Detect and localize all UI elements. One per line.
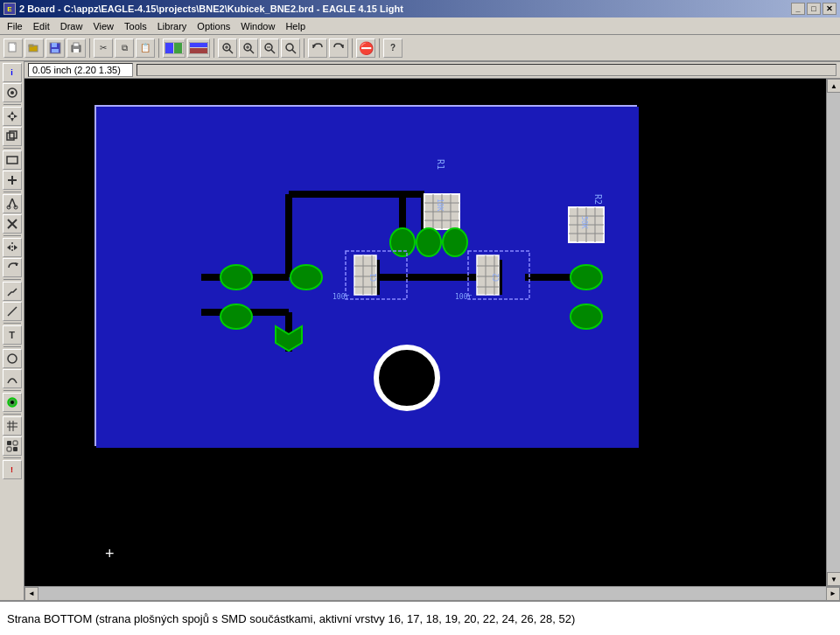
svg-rect-39 xyxy=(7,157,18,164)
svg-text:100r: 100r xyxy=(455,293,472,301)
svg-text:C2: C2 xyxy=(493,273,500,282)
right-scrollbar[interactable]: ▲ ▼ xyxy=(826,79,840,586)
left-toolbar: i xyxy=(0,61,24,600)
progress-bar xyxy=(136,64,836,76)
lt-sep-3 xyxy=(4,192,21,192)
copy-tool[interactable] xyxy=(3,127,22,146)
svg-marker-33 xyxy=(10,111,14,115)
zoom-in-button[interactable] xyxy=(239,38,258,58)
svg-rect-14 xyxy=(190,43,207,47)
view-layers-tool[interactable] xyxy=(3,83,22,102)
svg-text:C1: C1 xyxy=(370,273,378,282)
lt-sep-2 xyxy=(4,148,21,149)
via-tool[interactable] xyxy=(3,393,22,412)
info-tool[interactable]: i xyxy=(3,63,22,82)
grid-tool-2[interactable] xyxy=(3,436,22,456)
save-button[interactable] xyxy=(46,38,65,58)
svg-rect-11 xyxy=(165,43,173,53)
menu-library[interactable]: Library xyxy=(152,19,192,33)
zoom-out-button[interactable] xyxy=(260,38,279,58)
svg-line-28 xyxy=(292,50,296,53)
rotate-tool[interactable] xyxy=(3,258,22,277)
svg-rect-15 xyxy=(190,48,207,53)
app-window: E 2 Board - C:\appz\EAGLE-4.15\projects\… xyxy=(0,0,840,635)
toolbar-sep-1 xyxy=(89,38,90,58)
scroll-track-vertical[interactable] xyxy=(827,93,840,572)
title-bar-left: E 2 Board - C:\appz\EAGLE-4.15\projects\… xyxy=(4,3,403,15)
svg-marker-36 xyxy=(14,115,18,118)
menu-bar: File Edit Draw View Tools Library Option… xyxy=(0,17,840,35)
cut-tool[interactable] xyxy=(3,194,22,213)
scroll-track-horizontal[interactable] xyxy=(38,587,826,601)
zoom-fit-button[interactable] xyxy=(218,38,237,58)
menu-help[interactable]: Help xyxy=(280,19,311,33)
svg-point-100 xyxy=(220,265,252,290)
pcb-canvas[interactable]: R1 10 xyxy=(24,79,826,586)
bottom-scrollbar[interactable]: ◄ ► xyxy=(24,586,840,600)
redo-button[interactable] xyxy=(329,38,348,58)
lt-sep-5 xyxy=(4,279,21,280)
print-button[interactable] xyxy=(66,38,86,58)
svg-point-101 xyxy=(220,304,252,329)
lt-sep-4 xyxy=(4,235,21,236)
svg-point-27 xyxy=(286,44,293,51)
svg-point-102 xyxy=(290,265,322,290)
toolbar-sep-2 xyxy=(158,38,159,58)
scroll-down-button[interactable]: ▼ xyxy=(827,572,840,586)
svg-rect-60 xyxy=(7,441,11,445)
help-button[interactable]: ? xyxy=(383,38,402,58)
menu-tools[interactable]: Tools xyxy=(119,19,152,33)
close-button[interactable]: ✕ xyxy=(822,3,836,15)
rect-tool[interactable] xyxy=(3,150,22,170)
mirror-tool[interactable] xyxy=(3,238,22,257)
svg-rect-38 xyxy=(10,131,17,138)
undo-button[interactable] xyxy=(308,38,327,58)
layer-btn-2[interactable] xyxy=(187,38,210,58)
layer-btn-1[interactable] xyxy=(163,38,186,58)
minimize-button[interactable]: _ xyxy=(791,3,805,15)
svg-line-25 xyxy=(271,50,275,53)
wire-tool[interactable] xyxy=(3,282,22,301)
svg-point-55 xyxy=(10,401,14,404)
text-tool[interactable]: T xyxy=(3,325,22,345)
scroll-right-button[interactable]: ► xyxy=(826,587,840,601)
add-tool[interactable] xyxy=(3,171,22,190)
menu-window[interactable]: Window xyxy=(235,19,280,33)
new-button[interactable] xyxy=(4,38,23,58)
menu-options[interactable]: Options xyxy=(192,19,235,33)
circle-tool[interactable] xyxy=(3,349,22,368)
copy-button[interactable]: ⧉ xyxy=(115,38,134,58)
svg-text:R1: R1 xyxy=(436,159,445,170)
scroll-up-button[interactable]: ▲ xyxy=(827,79,840,93)
line-tool[interactable] xyxy=(3,302,22,321)
drc-tool[interactable]: ! xyxy=(3,460,22,479)
svg-text:R2: R2 xyxy=(593,194,603,205)
svg-rect-9 xyxy=(74,49,79,52)
svg-marker-49 xyxy=(7,245,10,250)
coord-bar: 0.05 inch (2.20 1.35) xyxy=(24,61,840,79)
app-icon: E xyxy=(4,3,16,15)
maximize-button[interactable]: □ xyxy=(807,3,821,15)
menu-file[interactable]: File xyxy=(2,19,28,33)
coordinate-display: 0.05 inch (2.20 1.35) xyxy=(28,63,133,77)
delete-tool[interactable] xyxy=(3,214,22,234)
move-tool[interactable] xyxy=(3,107,22,126)
zoom-prev-button[interactable] xyxy=(281,38,300,58)
stop-button[interactable]: ⛔ xyxy=(356,38,375,58)
lt-sep-8 xyxy=(4,390,21,391)
lt-sep-7 xyxy=(4,346,21,347)
arc-tool[interactable] xyxy=(3,369,22,388)
toolbar-sep-3 xyxy=(214,38,214,58)
grid-tool[interactable] xyxy=(3,416,22,436)
scroll-left-button[interactable]: ◄ xyxy=(24,587,38,601)
svg-line-52 xyxy=(8,307,17,316)
menu-view[interactable]: View xyxy=(88,19,119,33)
pcb-svg: R1 10 xyxy=(96,107,639,448)
menu-draw[interactable]: Draw xyxy=(55,19,88,33)
crosshair-cursor: + xyxy=(105,546,115,562)
open-button[interactable] xyxy=(24,38,44,58)
paste-button[interactable]: 📋 xyxy=(136,38,155,58)
cut-button[interactable]: ✂ xyxy=(94,38,113,58)
svg-line-17 xyxy=(229,50,233,53)
menu-edit[interactable]: Edit xyxy=(28,19,55,33)
